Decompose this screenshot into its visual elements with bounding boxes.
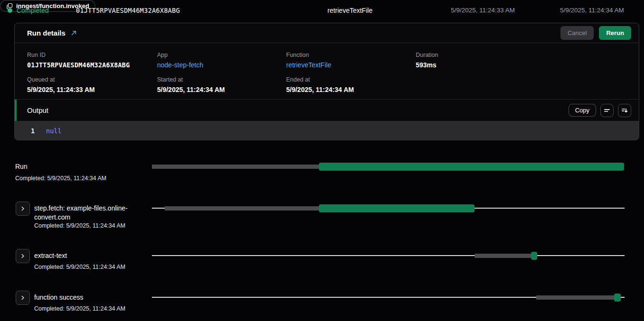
run-id-text: 01JTT5RPVAESDM46M32A6X8ABG	[76, 0, 180, 20]
field-label: App	[157, 52, 203, 58]
panel-title: Run details	[27, 29, 65, 37]
timeline-row-function-success: function success Completed: 5/9/2025, 11…	[0, 290, 644, 320]
execution-bar[interactable]	[319, 163, 624, 171]
status-badge: Completed	[8, 0, 49, 20]
sort-down-icon	[621, 107, 628, 114]
field-label: Queued at	[27, 76, 95, 83]
timeline-track	[152, 204, 625, 212]
output-accent-bar	[15, 100, 17, 121]
step-name: Run	[15, 162, 28, 171]
timeline-track	[152, 252, 625, 260]
execution-bar[interactable]	[319, 204, 475, 212]
step-completed-text: Completed: 5/9/2025, 11:24:34 AM	[15, 175, 106, 182]
timeline-row-step-fetch: step.fetch: example-files.online-convert…	[0, 201, 644, 235]
wrap-text-button[interactable]	[600, 104, 614, 117]
expand-step-button[interactable]	[16, 291, 30, 305]
timeline-track	[152, 293, 625, 302]
output-value: null	[46, 127, 62, 135]
field-value: 593ms	[416, 61, 438, 69]
timeline-baseline	[152, 255, 625, 256]
step-completed-text: Completed: 5/9/2025, 11:24:34 AM	[34, 264, 125, 270]
status-dot-icon	[8, 8, 12, 13]
external-link-icon[interactable]	[71, 30, 77, 36]
field-value: 5/9/2025, 11:24:34 AM	[157, 86, 225, 93]
chevron-right-icon	[19, 253, 26, 259]
chevron-right-icon	[19, 205, 26, 212]
copy-button[interactable]: Copy	[569, 104, 596, 117]
output-title: Output	[27, 106, 48, 114]
field-label: Duration	[416, 52, 438, 58]
run-summary-bar: Completed 01JTT5RPVAESDM46M32A6X8ABG inn…	[0, 0, 644, 20]
field-label: Ended at	[286, 76, 354, 83]
queued-bar	[475, 254, 532, 258]
execution-bar[interactable]	[531, 252, 537, 260]
ended-timestamp: 5/9/2025, 11:24:34 AM	[560, 0, 624, 20]
field-label: Function	[286, 52, 331, 58]
run-details-panel: Run details Cancel Rerun Run ID 01JTT5RP…	[14, 23, 639, 140]
field-started-at: Started at 5/9/2025, 11:24:34 AM	[157, 76, 225, 93]
field-app: App node-step-fetch	[157, 52, 203, 69]
queued-bar	[152, 165, 319, 169]
execution-bar[interactable]	[614, 293, 621, 302]
step-name: extract-text	[34, 251, 67, 260]
queued-bar	[536, 295, 615, 300]
function-name-text: retrieveTextFile	[327, 0, 373, 20]
timeline-row-run: Run Completed: 5/9/2025, 11:24:34 AM	[0, 158, 644, 187]
run-details-header: Run details Cancel Rerun	[15, 23, 639, 43]
chevron-right-icon	[19, 294, 26, 301]
status-label: Completed	[17, 7, 49, 14]
field-value: 01JTT5RPVAESDM46M32A6X8ABG	[27, 61, 130, 69]
function-link[interactable]: retrieveTextFile	[286, 61, 331, 69]
field-run-id: Run ID 01JTT5RPVAESDM46M32A6X8ABG	[27, 52, 130, 69]
run-details-screen: Completed 01JTT5RPVAESDM46M32A6X8ABG inn…	[0, 0, 644, 321]
expand-step-button[interactable]	[16, 202, 30, 216]
field-duration: Duration 593ms	[416, 52, 438, 69]
output-code-block: 1 null	[15, 121, 639, 140]
step-completed-text: Completed: 5/9/2025, 11:24:34 AM	[34, 305, 125, 312]
step-name: function success	[34, 293, 84, 302]
step-name: step.fetch: example-files.online-convert…	[34, 204, 146, 222]
queued-timestamp: 5/9/2025, 11:24:33 AM	[451, 0, 515, 20]
field-ended-at: Ended at 5/9/2025, 11:24:34 AM	[286, 76, 354, 93]
field-value: 5/9/2025, 11:24:33 AM	[27, 86, 95, 93]
line-number: 1	[31, 127, 35, 135]
timeline-track	[152, 163, 625, 171]
rerun-button[interactable]: Rerun	[599, 26, 631, 40]
field-value: 5/9/2025, 11:24:34 AM	[286, 86, 354, 93]
output-section-header: Output Copy	[15, 99, 639, 121]
app-link[interactable]: node-step-fetch	[157, 61, 203, 69]
step-completed-text: Completed: 5/9/2025, 11:24:34 AM	[34, 222, 125, 229]
align-left-icon	[603, 107, 611, 114]
field-queued-at: Queued at 5/9/2025, 11:24:33 AM	[27, 76, 95, 93]
expand-step-button[interactable]	[16, 249, 30, 263]
queued-bar	[165, 206, 319, 211]
field-label: Started at	[157, 76, 225, 83]
timeline-row-extract-text: extract-text Completed: 5/9/2025, 11:24:…	[0, 248, 644, 278]
field-label: Run ID	[27, 52, 130, 58]
field-function: Function retrieveTextFile	[286, 52, 331, 69]
cancel-button[interactable]: Cancel	[560, 26, 594, 40]
expand-output-button[interactable]	[618, 104, 631, 117]
